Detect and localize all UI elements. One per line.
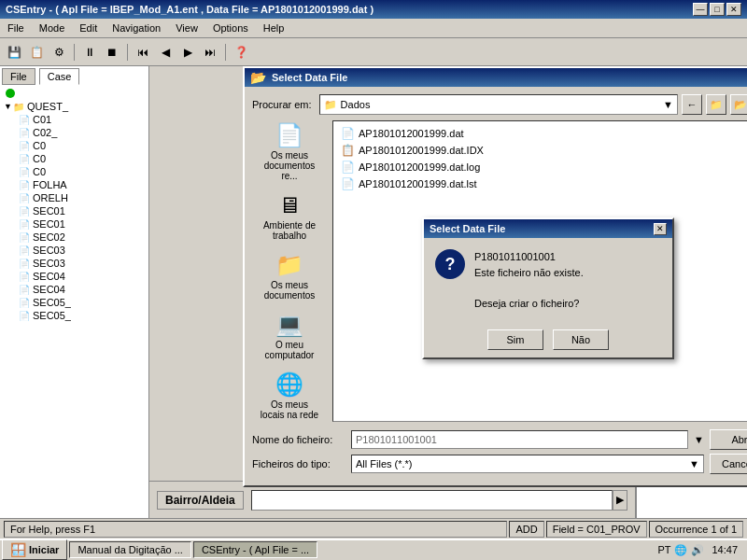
file-name-label: Nome do ficheiro: bbox=[252, 434, 345, 445]
tree-sec02[interactable]: 📄SEC02 bbox=[17, 231, 147, 244]
tree-sec05a[interactable]: 📄SEC05_ bbox=[17, 296, 147, 309]
tree-sec03a[interactable]: 📄SEC03 bbox=[17, 244, 147, 257]
tree-c04[interactable]: 📄C0 bbox=[17, 152, 147, 165]
confirm-close-btn[interactable]: ✕ bbox=[654, 223, 667, 235]
toolbar-pause-btn[interactable]: ⏸ bbox=[79, 42, 100, 63]
file-type-arrow-icon: ▼ bbox=[689, 458, 699, 469]
tree-sec04a[interactable]: 📄SEC04 bbox=[17, 270, 147, 283]
toolbar-help-btn[interactable]: ❓ bbox=[231, 42, 251, 63]
open-button[interactable]: Abrir bbox=[710, 429, 747, 450]
minimize-button[interactable]: — bbox=[693, 3, 708, 16]
confirm-line1: P1801011001001 bbox=[474, 249, 584, 265]
tree-sec03b[interactable]: 📄SEC03 bbox=[17, 257, 147, 270]
my-computer-label: O meu computador bbox=[259, 340, 320, 360]
cancel-button[interactable]: Cancelar bbox=[710, 454, 747, 474]
network-tray-icon: 🌐 bbox=[674, 544, 687, 556]
confirm-title: Select Data File bbox=[430, 223, 505, 234]
sim-button[interactable]: Sim bbox=[487, 329, 543, 350]
taskbar-manual-label: Manual da Digitação ... bbox=[78, 544, 183, 555]
menu-mode[interactable]: Mode bbox=[35, 21, 69, 35]
volume-icon: 🔊 bbox=[691, 544, 704, 556]
file-idx-name: AP1801012001999.dat.IDX bbox=[359, 145, 484, 156]
dialog-bottom: Nome do ficheiro: P1801011001001 ▼ Abrir… bbox=[252, 429, 747, 474]
status-field: Field = C01_PROV bbox=[546, 521, 647, 538]
toolbar-settings-btn[interactable]: ⚙ bbox=[49, 42, 69, 63]
file-type-value: All Files (*.*) bbox=[356, 458, 413, 469]
clock: 14:47 bbox=[708, 544, 741, 555]
nav-up-btn[interactable]: 📁 bbox=[706, 94, 726, 115]
my-docs-recent-icon: 📄 bbox=[275, 122, 303, 148]
tree-c03[interactable]: 📄C0 bbox=[17, 139, 147, 152]
toolbar-clipboard-btn[interactable]: 📋 bbox=[26, 42, 47, 63]
file-item-idx[interactable]: 📋 AP1801012001999.dat.IDX bbox=[337, 142, 747, 159]
confirm-body: ? P1801011001001 Este ficheiro não exist… bbox=[424, 238, 672, 322]
tree-sec01a[interactable]: 📄SEC01 bbox=[17, 204, 147, 217]
taskbar: 🪟 Iniciar Manual da Digitação ... CSEntr… bbox=[0, 539, 747, 559]
shortcut-my-computer[interactable]: 💻 O meu computador bbox=[257, 310, 322, 362]
toolbar-stop-btn[interactable]: ⏹ bbox=[102, 42, 122, 63]
file-dat-name: AP1801012001999.dat bbox=[359, 128, 464, 139]
taskbar-csentry[interactable]: CSEntry - ( Apl File = ... bbox=[193, 541, 317, 558]
status-help: For Help, press F1 bbox=[4, 521, 507, 538]
sidebar-tab-file[interactable]: File bbox=[2, 68, 35, 85]
confirm-message: P1801011001001 Este ficheiro não existe.… bbox=[474, 249, 584, 311]
main-area: File Case ▼ 📁 QUEST_ 📄C01 📄C02_ 📄C0 📄C0 … bbox=[0, 66, 747, 518]
my-docs-label: Os meus documentos bbox=[259, 280, 320, 301]
shortcut-desktop[interactable]: 🖥 Ambiente de trabalho bbox=[257, 190, 322, 243]
toolbar-first-btn[interactable]: ⏮ bbox=[133, 42, 153, 63]
file-name-input[interactable]: P1801011001001 bbox=[351, 430, 688, 449]
nao-button[interactable]: Não bbox=[553, 329, 609, 350]
file-name-row: Nome do ficheiro: P1801011001001 ▼ Abrir bbox=[252, 429, 747, 450]
start-button[interactable]: 🪟 Iniciar bbox=[2, 539, 67, 560]
main-title: CSEntry - ( Apl File = IBEP_Mod_A1.ent ,… bbox=[6, 4, 374, 15]
tree-c01[interactable]: 📄C01 bbox=[17, 113, 147, 126]
tree-expand-icon: ▼ bbox=[4, 102, 13, 111]
maximize-button[interactable]: □ bbox=[710, 3, 725, 16]
tree-root-label: QUEST_ bbox=[27, 101, 68, 112]
file-item-log[interactable]: 📄 AP1801012001999.dat.log bbox=[337, 159, 747, 175]
tree-sec05b[interactable]: 📄SEC05_ bbox=[17, 309, 147, 322]
toolbar-sep-1 bbox=[74, 44, 75, 61]
file-log-name: AP1801012001999.dat.log bbox=[359, 161, 480, 173]
tree-sec01b[interactable]: 📄SEC01 bbox=[17, 217, 147, 231]
shortcut-network[interactable]: 🌐 Os meus locais na rede bbox=[257, 370, 322, 422]
menu-edit[interactable]: Edit bbox=[76, 21, 101, 35]
tree-folha[interactable]: 📄FOLHA bbox=[17, 178, 147, 191]
tree-c02[interactable]: 📄C02_ bbox=[17, 126, 147, 139]
close-button[interactable]: ✕ bbox=[726, 3, 741, 16]
shortcut-my-docs-recent[interactable]: 📄 Os meus documentos re... bbox=[257, 120, 322, 183]
network-icon: 🌐 bbox=[275, 371, 303, 398]
sidebar-tab-case[interactable]: Case bbox=[39, 68, 80, 85]
file-name-value: P1801011001001 bbox=[356, 434, 437, 445]
file-type-select[interactable]: All Files (*.*) ▼ bbox=[351, 455, 704, 473]
bairro-input[interactable] bbox=[251, 490, 613, 511]
windows-logo-icon: 🪟 bbox=[10, 542, 26, 557]
file-item-dat[interactable]: 📄 AP1801012001999.dat bbox=[337, 125, 747, 142]
scroll-right-btn[interactable]: ▶ bbox=[613, 490, 627, 511]
look-in-value: Dados bbox=[341, 99, 371, 110]
file-type-label: Ficheiros do tipo: bbox=[252, 458, 345, 469]
tree-orelh[interactable]: 📄ORELH bbox=[17, 191, 147, 204]
nav-new-folder-btn[interactable]: 📂 bbox=[730, 94, 747, 115]
toolbar-next-btn[interactable]: ▶ bbox=[177, 42, 198, 63]
toolbar-save-btn[interactable]: 💾 bbox=[4, 42, 24, 63]
toolbar-prev-btn[interactable]: ◀ bbox=[155, 42, 176, 63]
look-in-select[interactable]: 📁 Dados ▼ bbox=[319, 94, 678, 115]
tree-c05[interactable]: 📄C0 bbox=[17, 165, 147, 178]
menu-file[interactable]: File bbox=[4, 21, 28, 35]
tree-root[interactable]: ▼ 📁 QUEST_ bbox=[2, 100, 147, 113]
menu-navigation[interactable]: Navigation bbox=[108, 21, 164, 35]
dialog-folder-icon: 📂 bbox=[250, 70, 266, 85]
menu-options[interactable]: Options bbox=[209, 21, 252, 35]
shortcut-my-docs[interactable]: 📁 Os meus documentos bbox=[257, 250, 322, 302]
file-item-lst[interactable]: 📄 AP1801012001999.dat.lst bbox=[337, 175, 747, 192]
confirm-line2: Este ficheiro não existe. bbox=[474, 265, 584, 281]
taskbar-manual[interactable]: Manual da Digitação ... bbox=[69, 541, 191, 558]
nav-back-btn[interactable]: ← bbox=[682, 94, 702, 115]
my-docs-icon: 📁 bbox=[275, 252, 303, 278]
menu-view[interactable]: View bbox=[172, 21, 202, 35]
toolbar-last-btn[interactable]: ⏭ bbox=[200, 42, 220, 63]
menu-help[interactable]: Help bbox=[260, 21, 289, 35]
tree-sec04b[interactable]: 📄SEC04 bbox=[17, 283, 147, 296]
main-title-bar: CSEntry - ( Apl File = IBEP_Mod_A1.ent ,… bbox=[0, 0, 747, 19]
